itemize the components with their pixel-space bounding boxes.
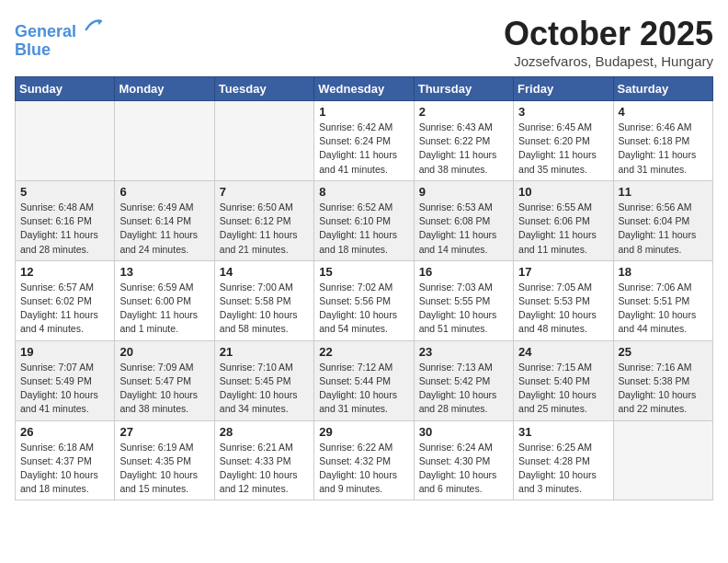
header-sunday: Sunday xyxy=(16,77,115,101)
day-number: 25 xyxy=(619,345,708,359)
calendar-week-5: 26Sunrise: 6:18 AM Sunset: 4:37 PM Dayli… xyxy=(16,420,713,500)
day-number: 2 xyxy=(419,105,508,119)
header-saturday: Saturday xyxy=(613,77,712,101)
calendar-cell xyxy=(613,420,712,500)
day-info: Sunrise: 7:06 AM Sunset: 5:51 PM Dayligh… xyxy=(619,281,708,337)
title-block: October 2025 Jozsefvaros, Budapest, Hung… xyxy=(504,15,713,69)
day-number: 19 xyxy=(20,345,109,359)
day-info: Sunrise: 6:19 AM Sunset: 4:35 PM Dayligh… xyxy=(119,441,209,497)
day-info: Sunrise: 7:09 AM Sunset: 5:47 PM Dayligh… xyxy=(119,361,209,417)
calendar-cell: 20Sunrise: 7:09 AM Sunset: 5:47 PM Dayli… xyxy=(115,340,214,420)
day-number: 14 xyxy=(220,265,309,279)
calendar-cell: 7Sunrise: 6:50 AM Sunset: 6:12 PM Daylig… xyxy=(214,180,313,260)
day-info: Sunrise: 6:42 AM Sunset: 6:24 PM Dayligh… xyxy=(319,121,408,177)
logo-text: General xyxy=(15,15,105,41)
day-info: Sunrise: 7:13 AM Sunset: 5:42 PM Dayligh… xyxy=(419,361,508,417)
calendar-cell: 24Sunrise: 7:15 AM Sunset: 5:40 PM Dayli… xyxy=(514,340,613,420)
day-info: Sunrise: 6:43 AM Sunset: 6:22 PM Dayligh… xyxy=(419,121,508,177)
day-number: 31 xyxy=(518,425,608,439)
day-info: Sunrise: 7:15 AM Sunset: 5:40 PM Dayligh… xyxy=(518,361,608,417)
day-number: 22 xyxy=(319,345,408,359)
day-info: Sunrise: 7:16 AM Sunset: 5:38 PM Dayligh… xyxy=(619,361,708,417)
day-number: 9 xyxy=(419,185,508,199)
day-number: 5 xyxy=(20,185,109,199)
calendar-cell xyxy=(115,101,214,181)
day-info: Sunrise: 7:12 AM Sunset: 5:44 PM Dayligh… xyxy=(319,361,408,417)
header-thursday: Thursday xyxy=(414,77,513,101)
day-number: 15 xyxy=(319,265,408,279)
calendar-cell: 10Sunrise: 6:55 AM Sunset: 6:06 PM Dayli… xyxy=(514,180,613,260)
day-info: Sunrise: 6:59 AM Sunset: 6:00 PM Dayligh… xyxy=(119,281,209,337)
day-info: Sunrise: 6:21 AM Sunset: 4:33 PM Dayligh… xyxy=(220,441,309,497)
day-info: Sunrise: 6:56 AM Sunset: 6:04 PM Dayligh… xyxy=(619,201,708,257)
calendar-cell: 4Sunrise: 6:46 AM Sunset: 6:18 PM Daylig… xyxy=(613,101,712,181)
calendar-cell: 6Sunrise: 6:49 AM Sunset: 6:14 PM Daylig… xyxy=(115,180,214,260)
calendar-cell: 12Sunrise: 6:57 AM Sunset: 6:02 PM Dayli… xyxy=(16,260,115,340)
page-header: General Blue October 2025 Jozsefvaros, B… xyxy=(15,15,713,69)
day-info: Sunrise: 6:18 AM Sunset: 4:37 PM Dayligh… xyxy=(20,441,109,497)
calendar-cell: 22Sunrise: 7:12 AM Sunset: 5:44 PM Dayli… xyxy=(314,340,414,420)
calendar-cell: 29Sunrise: 6:22 AM Sunset: 4:32 PM Dayli… xyxy=(314,420,414,500)
day-number: 8 xyxy=(319,185,408,199)
day-info: Sunrise: 6:22 AM Sunset: 4:32 PM Dayligh… xyxy=(319,441,408,497)
day-number: 20 xyxy=(119,345,209,359)
calendar-table: SundayMondayTuesdayWednesdayThursdayFrid… xyxy=(15,76,713,500)
day-number: 17 xyxy=(518,265,608,279)
calendar-week-2: 5Sunrise: 6:48 AM Sunset: 6:16 PM Daylig… xyxy=(16,180,713,260)
day-number: 16 xyxy=(419,265,508,279)
day-info: Sunrise: 7:10 AM Sunset: 5:45 PM Dayligh… xyxy=(220,361,309,417)
calendar-cell: 30Sunrise: 6:24 AM Sunset: 4:30 PM Dayli… xyxy=(414,420,513,500)
header-tuesday: Tuesday xyxy=(214,77,313,101)
calendar-cell: 9Sunrise: 6:53 AM Sunset: 6:08 PM Daylig… xyxy=(414,180,513,260)
calendar-week-3: 12Sunrise: 6:57 AM Sunset: 6:02 PM Dayli… xyxy=(16,260,713,340)
day-info: Sunrise: 6:55 AM Sunset: 6:06 PM Dayligh… xyxy=(518,201,608,257)
day-info: Sunrise: 6:49 AM Sunset: 6:14 PM Dayligh… xyxy=(119,201,209,257)
calendar-cell: 13Sunrise: 6:59 AM Sunset: 6:00 PM Dayli… xyxy=(115,260,214,340)
calendar-cell: 25Sunrise: 7:16 AM Sunset: 5:38 PM Dayli… xyxy=(613,340,712,420)
day-number: 3 xyxy=(518,105,608,119)
calendar-cell: 15Sunrise: 7:02 AM Sunset: 5:56 PM Dayli… xyxy=(314,260,414,340)
day-number: 28 xyxy=(220,425,309,439)
day-info: Sunrise: 6:46 AM Sunset: 6:18 PM Dayligh… xyxy=(619,121,708,177)
day-info: Sunrise: 6:50 AM Sunset: 6:12 PM Dayligh… xyxy=(220,201,309,257)
day-number: 4 xyxy=(619,105,708,119)
day-number: 26 xyxy=(20,425,109,439)
day-number: 18 xyxy=(619,265,708,279)
calendar-cell: 11Sunrise: 6:56 AM Sunset: 6:04 PM Dayli… xyxy=(613,180,712,260)
day-number: 21 xyxy=(220,345,309,359)
calendar-cell: 2Sunrise: 6:43 AM Sunset: 6:22 PM Daylig… xyxy=(414,101,513,181)
day-number: 11 xyxy=(619,185,708,199)
calendar-cell: 31Sunrise: 6:25 AM Sunset: 4:28 PM Dayli… xyxy=(514,420,613,500)
location: Jozsefvaros, Budapest, Hungary xyxy=(504,53,713,69)
calendar-cell: 14Sunrise: 7:00 AM Sunset: 5:58 PM Dayli… xyxy=(214,260,313,340)
day-info: Sunrise: 7:02 AM Sunset: 5:56 PM Dayligh… xyxy=(319,281,408,337)
day-number: 23 xyxy=(419,345,508,359)
calendar-cell: 23Sunrise: 7:13 AM Sunset: 5:42 PM Dayli… xyxy=(414,340,513,420)
day-info: Sunrise: 6:25 AM Sunset: 4:28 PM Dayligh… xyxy=(518,441,608,497)
day-number: 12 xyxy=(20,265,109,279)
calendar-cell: 28Sunrise: 6:21 AM Sunset: 4:33 PM Dayli… xyxy=(214,420,313,500)
day-info: Sunrise: 7:07 AM Sunset: 5:49 PM Dayligh… xyxy=(20,361,109,417)
calendar-cell: 19Sunrise: 7:07 AM Sunset: 5:49 PM Dayli… xyxy=(16,340,115,420)
day-info: Sunrise: 7:03 AM Sunset: 5:55 PM Dayligh… xyxy=(419,281,508,337)
logo-blue: Blue xyxy=(15,41,105,60)
day-info: Sunrise: 6:24 AM Sunset: 4:30 PM Dayligh… xyxy=(419,441,508,497)
calendar-cell: 26Sunrise: 6:18 AM Sunset: 4:37 PM Dayli… xyxy=(16,420,115,500)
calendar-header-row: SundayMondayTuesdayWednesdayThursdayFrid… xyxy=(16,77,713,101)
day-number: 13 xyxy=(119,265,209,279)
day-number: 7 xyxy=(220,185,309,199)
day-number: 24 xyxy=(518,345,608,359)
day-number: 29 xyxy=(319,425,408,439)
calendar-cell: 5Sunrise: 6:48 AM Sunset: 6:16 PM Daylig… xyxy=(16,180,115,260)
day-number: 27 xyxy=(119,425,209,439)
day-info: Sunrise: 6:48 AM Sunset: 6:16 PM Dayligh… xyxy=(20,201,109,257)
month-title: October 2025 xyxy=(504,15,713,53)
calendar-cell: 18Sunrise: 7:06 AM Sunset: 5:51 PM Dayli… xyxy=(613,260,712,340)
header-monday: Monday xyxy=(115,77,214,101)
day-number: 6 xyxy=(119,185,209,199)
day-number: 30 xyxy=(419,425,508,439)
calendar-cell xyxy=(214,101,313,181)
calendar-cell: 27Sunrise: 6:19 AM Sunset: 4:35 PM Dayli… xyxy=(115,420,214,500)
day-info: Sunrise: 6:57 AM Sunset: 6:02 PM Dayligh… xyxy=(20,281,109,337)
day-number: 1 xyxy=(319,105,408,119)
